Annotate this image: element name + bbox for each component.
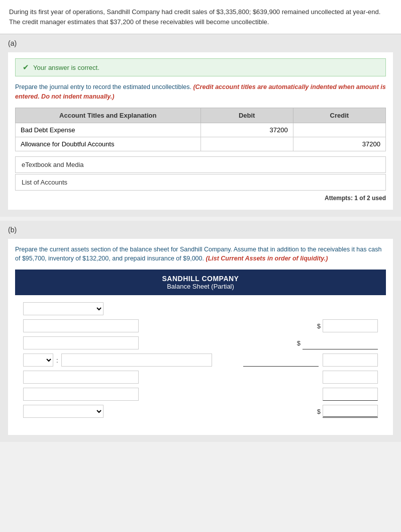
- bs-row-2: $: [23, 319, 378, 332]
- instruction-main: Prepare the journal entry to record the …: [15, 83, 191, 91]
- dollar-sign-1: $: [317, 322, 321, 330]
- bs-select-3[interactable]: Total Current Assets Current Assets: [23, 405, 104, 418]
- table-row: [16, 123, 386, 137]
- bs-row-3: $: [23, 336, 378, 349]
- bs-row-5: [23, 371, 378, 384]
- bs-value-input-2[interactable]: [303, 336, 378, 349]
- bs-value-input-5[interactable]: [323, 388, 378, 401]
- bs-label-input-2[interactable]: [23, 336, 139, 349]
- correct-text: Your answer is correct.: [33, 64, 99, 71]
- checkmark-icon: ✔: [23, 63, 29, 72]
- account-cell-2: [16, 137, 201, 151]
- dollar-sign-2: $: [297, 339, 300, 347]
- bs-value-input-3[interactable]: [243, 353, 319, 367]
- debit-cell-2: [201, 137, 293, 151]
- bs-right-group-2: $: [317, 405, 378, 418]
- instruction-a: Prepare the journal entry to record the …: [15, 82, 386, 102]
- etextbook-label: eTextbook and Media: [22, 161, 84, 168]
- bs-value-input-1[interactable]: [323, 319, 378, 332]
- sheet-subtitle: Balance Sheet (Partial): [20, 283, 381, 290]
- balance-sheet-body: Current Assets Total Current Assets $ $: [15, 295, 386, 429]
- bs-right-group-1: $: [317, 319, 378, 332]
- col-account: Account Titles and Explanation: [16, 108, 201, 123]
- bs-value-input-3b[interactable]: [323, 353, 378, 367]
- account-cell-1: [16, 123, 201, 137]
- debit-input-1[interactable]: [204, 125, 290, 135]
- credit-input-1[interactable]: [296, 125, 382, 135]
- attempts-text: Attempts: 1 of 2 used: [15, 195, 386, 202]
- list-of-accounts-label: List of Accounts: [22, 179, 67, 186]
- intro-text: During its first year of operations, San…: [9, 8, 380, 26]
- instruction-b-red: (List Current Assets in order of liquidi…: [206, 255, 328, 262]
- bs-label-input-5[interactable]: [23, 388, 139, 401]
- bs-row-4: Less Add :: [23, 353, 378, 367]
- credit-cell-1: [293, 123, 385, 137]
- section-a-label: (a): [8, 39, 393, 47]
- bs-value-input-4[interactable]: [323, 371, 378, 384]
- balance-sheet-header: SANDHILL COMPANY Balance Sheet (Partial): [15, 270, 386, 295]
- colon-separator: :: [56, 357, 58, 364]
- company-name: SANDHILL COMPANY: [20, 275, 381, 283]
- col-credit: Credit: [293, 108, 385, 123]
- correct-banner: ✔ Your answer is correct.: [15, 58, 386, 76]
- etextbook-button[interactable]: eTextbook and Media: [15, 156, 386, 173]
- col-debit: Debit: [201, 108, 293, 123]
- dollar-sign-3: $: [317, 408, 321, 415]
- debit-input-2[interactable]: [204, 139, 290, 149]
- journal-table: Account Titles and Explanation Debit Cre…: [15, 108, 386, 151]
- bs-row-1: Current Assets Total Current Assets: [23, 302, 378, 315]
- table-row: [16, 137, 386, 151]
- section-a: (a) ✔ Your answer is correct. Prepare th…: [0, 34, 401, 217]
- instruction-b: Prepare the current assets section of th…: [15, 245, 386, 264]
- bs-value-input-6[interactable]: [323, 405, 378, 418]
- section-b-label: (b): [8, 226, 393, 234]
- section-a-content: ✔ Your answer is correct. Prepare the jo…: [8, 52, 393, 210]
- account-input-2[interactable]: [19, 139, 197, 149]
- bs-label-input-1[interactable]: [23, 319, 139, 332]
- intro-paragraph: During its first year of operations, San…: [0, 0, 401, 34]
- credit-input-2[interactable]: [296, 139, 382, 149]
- credit-cell-2: [293, 137, 385, 151]
- bs-row-7: Total Current Assets Current Assets $: [23, 405, 378, 418]
- bs-row-6: [23, 388, 378, 401]
- debit-cell-1: [201, 123, 293, 137]
- bs-select-1[interactable]: Current Assets Total Current Assets: [23, 302, 104, 315]
- bs-label-input-4[interactable]: [23, 371, 139, 384]
- section-b: (b) Prepare the current assets section o…: [0, 221, 401, 442]
- list-of-accounts-button[interactable]: List of Accounts: [15, 174, 386, 191]
- bs-label-input-3[interactable]: [61, 353, 212, 367]
- account-input-1[interactable]: [19, 125, 197, 135]
- bs-select-2[interactable]: Less Add: [23, 353, 53, 367]
- section-b-content: Prepare the current assets section of th…: [8, 239, 393, 435]
